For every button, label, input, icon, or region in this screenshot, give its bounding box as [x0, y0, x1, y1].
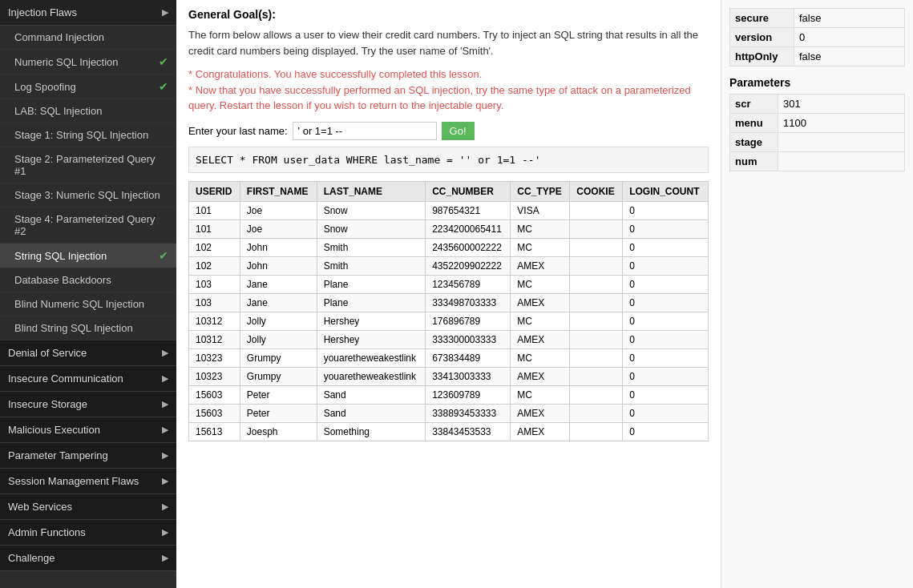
sidebar-item-label: Command Injection	[14, 31, 104, 43]
table-cell: 15603	[189, 385, 240, 404]
sidebar-item-blind-string-sql-injection[interactable]: Blind String SQL Injection	[0, 316, 176, 340]
table-cell: Joe	[240, 201, 317, 219]
table-cell: 4352209902222	[426, 256, 511, 275]
param-input-scr[interactable]	[783, 98, 899, 110]
chevron-icon: ▶	[162, 476, 168, 486]
table-cell: Hershey	[317, 312, 425, 330]
table-cell: 333498703333	[426, 293, 511, 312]
sidebar-item-log-spoofing[interactable]: Log Spoofing✔	[0, 75, 176, 99]
table-cell: 103	[189, 293, 240, 312]
success-line2: * Now that you have successfully perform…	[188, 83, 709, 114]
chevron-icon: ▶	[162, 399, 168, 409]
table-cell	[570, 238, 623, 256]
sidebar-item-label: Stage 2: Parameterized Query #1	[14, 153, 168, 177]
table-cell: 0	[623, 385, 709, 404]
table-cell	[570, 330, 623, 348]
table-cell: MC	[511, 219, 570, 238]
sidebar-item-lab-sql-injection[interactable]: LAB: SQL Injection	[0, 99, 176, 123]
sidebar-item-label: Stage 1: String SQL Injection	[14, 129, 148, 141]
sidebar-item-blind-numeric-sql-injection[interactable]: Blind Numeric SQL Injection	[0, 292, 176, 316]
sidebar-section-malicious-execution[interactable]: Malicious Execution▶	[0, 417, 176, 443]
sidebar-section-insecure-storage[interactable]: Insecure Storage▶	[0, 392, 176, 417]
props-table: securefalseversion0httpOnlyfalse	[729, 8, 905, 66]
table-cell: 10312	[189, 312, 240, 330]
sidebar-item-stage3[interactable]: Stage 3: Numeric SQL Injection	[0, 183, 176, 207]
col-header-first_name: FIRST_NAME	[240, 181, 317, 201]
table-cell: 0	[623, 219, 709, 238]
table-cell: 0	[623, 293, 709, 312]
sidebar-section-parameter-tampering[interactable]: Parameter Tampering▶	[0, 443, 176, 469]
table-cell: 10312	[189, 330, 240, 348]
param-input-stage[interactable]	[783, 136, 899, 148]
sidebar-item-label: Numeric SQL Injection	[14, 56, 119, 68]
table-cell	[570, 422, 623, 441]
table-row: 101JoeSnow987654321VISA0	[189, 201, 709, 219]
param-key: num	[730, 152, 778, 171]
sidebar-item-command-injection[interactable]: Command Injection	[0, 26, 176, 50]
col-header-cc_type: CC_TYPE	[511, 181, 570, 201]
chevron-icon: ▶	[162, 527, 168, 538]
sidebar: Injection Flaws▶Command InjectionNumeric…	[0, 0, 176, 588]
sidebar-item-label: Stage 4: Parameterized Query #2	[14, 213, 168, 237]
table-cell: Grumpy	[240, 367, 317, 385]
sidebar-item-stage4[interactable]: Stage 4: Parameterized Query #2	[0, 207, 176, 244]
table-cell: 333300003333	[426, 330, 511, 348]
table-cell: 0	[623, 367, 709, 385]
table-cell: 0	[623, 422, 709, 441]
prop-value: false	[794, 9, 905, 28]
sidebar-item-database-backdoors[interactable]: Database Backdoors	[0, 268, 176, 292]
sidebar-item-stage2[interactable]: Stage 2: Parameterized Query #1	[0, 147, 176, 183]
sidebar-section-insecure-communication[interactable]: Insecure Communication▶	[0, 366, 176, 392]
go-button[interactable]: Go!	[442, 122, 475, 140]
sidebar-section-label: Admin Functions	[8, 526, 86, 538]
col-header-login_count: LOGIN_COUNT	[623, 181, 709, 201]
prop-key: httpOnly	[730, 47, 794, 66]
last-name-input[interactable]	[293, 122, 437, 140]
chevron-icon: ▶	[162, 348, 168, 358]
table-cell: MC	[511, 385, 570, 404]
sidebar-item-string-sql-injection[interactable]: String SQL Injection✔	[0, 244, 176, 268]
chevron-icon: ▶	[162, 425, 168, 435]
table-cell: 987654321	[426, 201, 511, 219]
table-cell: Snow	[317, 219, 425, 238]
table-cell: John	[240, 256, 317, 275]
table-cell	[570, 201, 623, 219]
col-header-cookie: COOKIE	[570, 181, 623, 201]
param-row-num: num	[730, 152, 905, 171]
table-cell: 0	[623, 330, 709, 348]
table-header: USERIDFIRST_NAMELAST_NAMECC_NUMBERCC_TYP…	[189, 181, 709, 201]
params-body: scrmenustagenum	[730, 95, 905, 171]
param-input-menu[interactable]	[783, 117, 899, 129]
table-cell	[570, 312, 623, 330]
param-value-cell	[778, 133, 905, 152]
sidebar-section-admin-functions[interactable]: Admin Functions▶	[0, 520, 176, 546]
table-cell: Plane	[317, 275, 425, 293]
sidebar-section-web-services[interactable]: Web Services▶	[0, 494, 176, 520]
input-row: Enter your last name: Go!	[188, 122, 709, 140]
sidebar-section-session-management-flaws[interactable]: Session Management Flaws▶	[0, 469, 176, 494]
table-cell: 33843453533	[426, 422, 511, 441]
sidebar-section-label: Insecure Storage	[8, 398, 87, 410]
prop-key: version	[730, 28, 794, 47]
sidebar-section-challenge[interactable]: Challenge▶	[0, 546, 176, 571]
table-cell: Smith	[317, 256, 425, 275]
table-cell: 2435600002222	[426, 238, 511, 256]
props-body: securefalseversion0httpOnlyfalse	[730, 9, 905, 66]
sidebar-item-stage1[interactable]: Stage 1: String SQL Injection	[0, 123, 176, 147]
table-cell: 0	[623, 201, 709, 219]
table-row: 103JanePlane333498703333AMEX0	[189, 293, 709, 312]
table-cell: Hershey	[317, 330, 425, 348]
param-input-num[interactable]	[783, 155, 899, 167]
table-cell	[570, 256, 623, 275]
table-cell: MC	[511, 238, 570, 256]
sidebar-section-denial-of-service[interactable]: Denial of Service▶	[0, 340, 176, 366]
table-row: 15613JoesphSomething33843453533AMEX0	[189, 422, 709, 441]
right-panel: securefalseversion0httpOnlyfalse Paramet…	[721, 0, 913, 588]
table-cell: Jane	[240, 275, 317, 293]
table-cell	[570, 219, 623, 238]
table-cell: 101	[189, 219, 240, 238]
sidebar-item-numeric-sql-injection[interactable]: Numeric SQL Injection✔	[0, 50, 176, 75]
sidebar-section-injection-flaws[interactable]: Injection Flaws▶	[0, 0, 176, 26]
chevron-icon: ▶	[162, 450, 168, 461]
table-row: 102JohnSmith2435600002222MC0	[189, 238, 709, 256]
